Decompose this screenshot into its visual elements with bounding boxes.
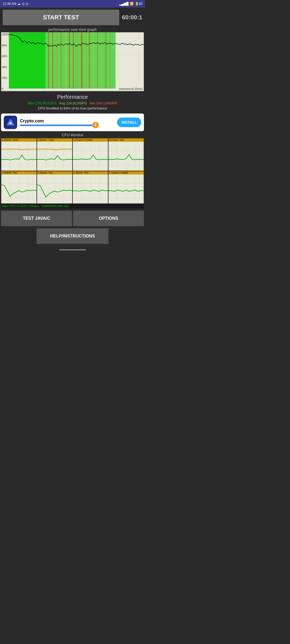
graph-section: performance over time graph 100% 80% 60%… <box>0 27 145 91</box>
bitcoin-icon: ₿ <box>92 122 99 128</box>
location2-icon: ◎ <box>26 2 28 6</box>
cpu-cell-5: 1.76GHz T0C <box>1 171 37 203</box>
ad-app-name: Crypto.com <box>20 119 114 123</box>
help-instructions-button[interactable]: HELP/INSTRUCTIONS <box>37 228 108 244</box>
cpu-monitor-title: CPU Monitor <box>1 133 144 137</box>
svg-rect-12 <box>57 32 57 89</box>
svg-rect-19 <box>85 32 86 89</box>
status-right: ▂▄▆█ 🛜 🔋80 <box>119 2 142 6</box>
svg-rect-26 <box>115 32 144 89</box>
cpu-cell-3-header: 1.07GHz T-27300 <box>73 138 108 142</box>
svg-rect-13 <box>61 32 61 89</box>
cpu-grid: 1.07GHz T44C 1.07GHz T44C <box>1 138 144 204</box>
cpu-cell-4: 0C7GHz T0C <box>108 138 144 171</box>
cpu-cell-1: 1.07GHz T44C <box>1 138 37 171</box>
svg-rect-21 <box>93 32 94 89</box>
svg-rect-22 <box>97 32 98 89</box>
location-icon: ◎ <box>22 2 24 6</box>
home-indicator <box>59 249 86 250</box>
cpu-cell-8: 1.72GHz T-40000 <box>108 171 144 203</box>
svg-rect-17 <box>77 32 77 89</box>
svg-rect-9 <box>45 32 115 89</box>
home-bar <box>0 245 145 253</box>
ad-install-button[interactable]: INSTALL <box>117 118 141 127</box>
min-gips: Min 164,126GIPS <box>90 101 117 105</box>
start-test-button[interactable]: START TEST <box>3 10 119 25</box>
battery-icon: 🔋80 <box>135 2 142 6</box>
cpu-cell-6: 1.76GHz T0C <box>37 171 72 203</box>
svg-rect-11 <box>52 32 53 89</box>
wifi-icon: 🛜 <box>130 2 134 6</box>
svg-rect-14 <box>65 32 66 89</box>
signal-icon: ▂▄▆█ <box>119 2 129 6</box>
svg-rect-18 <box>81 32 82 89</box>
ad-content: Crypto.com ₿ <box>20 119 114 126</box>
cpu-cell-1-header: 1.07GHz T44C <box>1 138 37 142</box>
svg-rect-24 <box>106 32 106 89</box>
options-button[interactable]: OPTIONS <box>73 211 144 226</box>
cloud-icon: ☁ <box>17 2 21 6</box>
ad-banner: Crypto.com ₿ INSTALL <box>1 114 144 131</box>
performance-graph: 100% 80% 60% 40% 20% 0 <box>1 32 144 91</box>
svg-rect-25 <box>110 32 111 89</box>
performance-numbers: Max 276,307GIPS Avg 224,913GIPS Min 164,… <box>1 101 144 105</box>
cpu-cell-8-header: 1.72GHz T-40000 <box>108 171 144 174</box>
cpu-cell-4-header: 0C7GHz T0C <box>108 138 144 142</box>
performance-title: Performance <box>1 94 144 100</box>
svg-rect-20 <box>89 32 90 89</box>
status-bar: 11:48 AM ☁ ◎ ◎ · ▂▄▆█ 🛜 🔋80 <box>0 0 145 8</box>
avg-gips: Avg 224,913GIPS <box>59 101 87 105</box>
time-display: 11:48 AM <box>3 2 16 6</box>
bottom-buttons: TEST JAVA/C OPTIONS <box>0 208 145 227</box>
performance-chart-svg <box>9 32 144 89</box>
cpu-cell-7-header: 1.76GHz T0C <box>73 171 108 174</box>
cpu-cell-2-header: 1.07GHz T44C <box>37 138 72 142</box>
throttle-info: CPU throttled to 64% of its max performa… <box>1 106 144 110</box>
help-btn-row: HELP/INSTRUCTIONS <box>0 227 145 245</box>
cpu-cell-5-header: 1.76GHz T0C <box>1 171 37 174</box>
svg-point-28 <box>9 122 12 124</box>
status-left: 11:48 AM ☁ ◎ ◎ · <box>3 2 30 6</box>
cpu-monitor-section: CPU Monitor 1.07GHz T44C 1.07GHz T44C <box>0 133 145 208</box>
svg-rect-15 <box>69 32 70 89</box>
svg-rect-23 <box>102 32 102 89</box>
max-gips: Max 276,307GIPS <box>28 101 56 105</box>
graph-y-labels: 100% 80% 60% 40% 20% 0 <box>2 32 9 91</box>
svg-rect-10 <box>48 32 49 89</box>
graph-title: performance over time graph <box>1 27 144 32</box>
performance-stats: Performance Max 276,307GIPS Avg 224,913G… <box>0 92 145 112</box>
cpu-max-info: MAX CPU CLOCK:2.28GHz, TEMPERATURE:50C <box>1 204 144 208</box>
timer-display: 60:00:1 <box>122 14 142 21</box>
svg-rect-16 <box>73 32 74 89</box>
ad-progress-bar: ₿ <box>20 125 96 126</box>
dot-icon: · <box>29 2 30 6</box>
cpu-cell-3: 1.07GHz T-27300 <box>73 138 108 171</box>
top-controls: START TEST 60:00:1 <box>0 8 145 27</box>
test-java-button[interactable]: TEST JAVA/C <box>1 211 72 226</box>
ad-app-icon <box>4 116 17 129</box>
svg-rect-8 <box>9 32 45 89</box>
cpu-cell-2: 1.07GHz T44C <box>37 138 72 171</box>
graph-x-label: time(interval 10min) <box>119 87 143 90</box>
cpu-cell-6-header: 1.76GHz T0C <box>37 171 72 174</box>
cpu-cell-7: 1.76GHz T0C <box>73 171 108 203</box>
